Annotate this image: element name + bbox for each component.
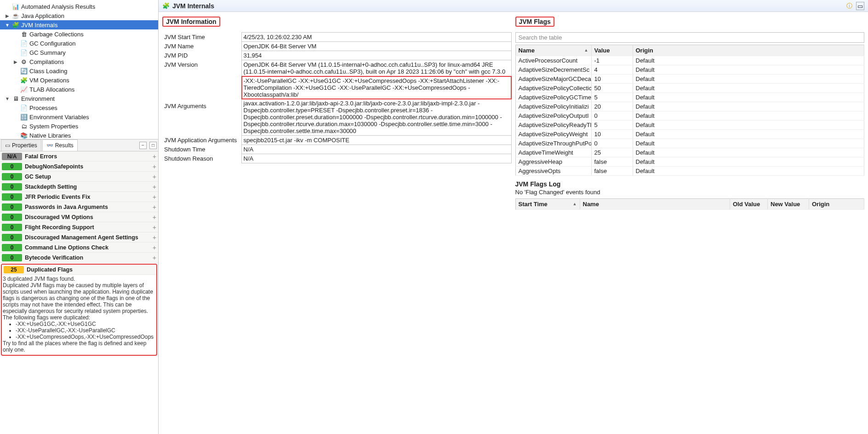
tree-node-label: Java Application [21, 12, 64, 19]
duplicated-flags-detail: 3 duplicated JVM flags found.Duplicated … [2, 275, 156, 355]
twist-icon[interactable]: ▼ [5, 96, 10, 101]
result-row[interactable]: 0Bytecode Verification+ [0, 253, 158, 263]
tree-item[interactable]: ▶☕Java Application [0, 11, 158, 20]
tree-node-icon: 🧩 [12, 22, 19, 29]
table-row[interactable]: AdaptiveSizePolicyWeight10Default [515, 130, 864, 139]
result-row[interactable]: 0JFR Periodic Events Fix+ [0, 192, 158, 202]
jvm-app-args-value[interactable]: specjbb2015-ct.jar -ikv -m COMPOSITE [241, 136, 511, 145]
table-row[interactable]: AdaptiveSizeDecrementSc4Default [515, 65, 864, 75]
tree-node-icon: 📊 [12, 3, 19, 10]
result-row[interactable]: 0Discouraged Management Agent Settings+ [0, 232, 158, 243]
expand-icon[interactable]: + [153, 153, 156, 160]
tab-properties[interactable]: ▭ Properties [1, 139, 41, 151]
twist-icon[interactable]: ▶ [13, 59, 18, 64]
expand-icon[interactable]: + [153, 214, 156, 221]
table-row[interactable]: AdaptiveSizePolicyInitializi20Default [515, 102, 864, 111]
expand-icon[interactable]: + [153, 224, 156, 231]
jvm-version-value[interactable]: OpenJDK 64-Bit Server VM (11.0.15-intern… [241, 60, 511, 76]
jvm-flags-section: JVM Flags Name▲ Value Origin ActiveProce… [515, 17, 865, 429]
tree-item[interactable]: 📈TLAB Allocations [0, 85, 158, 94]
tree-item[interactable]: 📄Processes [0, 103, 158, 112]
expand-icon[interactable]: + [153, 244, 156, 251]
expand-icon[interactable]: + [153, 183, 156, 191]
table-row[interactable]: AdaptiveSizePolicyReadyTl5Default [515, 121, 864, 130]
expand-icon[interactable]: + [153, 203, 156, 211]
result-label: Bytecode Verification [25, 255, 150, 261]
main-content: 🧩 JVM Internals ⓘ ▭ JVM Information JVM … [159, 0, 868, 434]
table-row[interactable]: AggressiveHeapfalseDefault [515, 157, 864, 167]
flags-col-value[interactable]: Value [591, 45, 633, 56]
jvm-pid-value[interactable]: 31,954 [241, 51, 511, 60]
result-row[interactable]: 0GC Setup+ [0, 172, 158, 182]
flagslog-col-start[interactable]: Start Time▲ [515, 199, 580, 210]
result-row[interactable]: 0Command Line Options Check+ [0, 243, 158, 253]
twist-icon[interactable]: ▼ [5, 23, 10, 28]
jvm-information-section: JVM Information JVM Start Time 4/25/23, … [162, 17, 512, 429]
tree-item[interactable]: 🗂System Properties [0, 122, 158, 131]
flag-value-cell: 20 [591, 102, 633, 111]
expand-icon[interactable]: + [153, 193, 156, 201]
expand-icon[interactable]: + [153, 254, 156, 261]
tree-item[interactable]: 🗑Garbage Collections [0, 29, 158, 39]
flag-value-cell: 0 [591, 111, 633, 121]
panel-menu-icon[interactable]: ▭ [856, 2, 864, 10]
result-row[interactable]: 0Discouraged VM Options+ [0, 212, 158, 222]
expand-icon[interactable]: + [153, 234, 156, 241]
table-row[interactable]: ActiveProcessorCount-1Default [515, 56, 864, 65]
expand-icon[interactable]: + [153, 173, 156, 180]
expand-icon[interactable]: + [153, 163, 156, 170]
jvm-arguments-value[interactable]: -XX:-UseParallelGC -XX:+UseG1GC -XX:+Use… [241, 76, 511, 136]
tree-node-icon: 🗑 [20, 31, 28, 38]
tree-item[interactable]: ▶⚙Compilations [0, 57, 158, 66]
result-row[interactable]: 0Flight Recording Support+ [0, 222, 158, 232]
flagslog-col-old[interactable]: Old Value [730, 199, 768, 210]
twist-icon[interactable]: ▶ [5, 13, 10, 18]
shutdown-time-value[interactable]: N/A [241, 145, 511, 154]
table-row[interactable]: AdaptiveSizePolicyOutputI0Default [515, 111, 864, 121]
result-row[interactable]: 0Stackdepth Setting+ [0, 182, 158, 192]
result-row[interactable]: N/AFatal Errors+ [0, 151, 158, 162]
flags-col-name[interactable]: Name▲ [515, 45, 591, 56]
flag-origin-cell: Default [633, 56, 864, 65]
maximize-view-button[interactable]: □ [149, 142, 157, 149]
jvm-start-time-value[interactable]: 4/25/23, 10:26:02.230 AM [241, 33, 511, 42]
result-row[interactable]: 0DebugNonSafepoints+ [0, 162, 158, 172]
tree-node-icon: ☕ [12, 12, 19, 19]
flagslog-col-new[interactable]: New Value [768, 199, 809, 210]
jvm-name-label: JVM Name [162, 42, 241, 51]
result-row[interactable]: 0Passwords in Java Arguments+ [0, 202, 158, 212]
tab-results[interactable]: 👓 Results [42, 139, 78, 151]
info-icon[interactable]: ⓘ [845, 2, 853, 10]
tree-item[interactable]: 🔄Class Loading [0, 66, 158, 75]
flag-origin-cell: Default [633, 84, 864, 93]
flagslog-col-name[interactable]: Name [580, 199, 730, 210]
result-badge: 0 [2, 163, 22, 170]
tree-item[interactable]: ▼🧩JVM Internals [0, 20, 158, 29]
flagslog-col-origin[interactable]: Origin [809, 199, 864, 210]
flag-name-cell: AdaptiveTimeWeight [515, 148, 591, 157]
table-row[interactable]: AdaptiveSizePolicyGCTime5Default [515, 93, 864, 102]
jvm-name-value[interactable]: OpenJDK 64-Bit Server VM [241, 42, 511, 51]
tree-item[interactable]: ▼🖥Environment [0, 94, 158, 103]
jvm-app-args-label: JVM Application Arguments [162, 136, 241, 145]
shutdown-reason-value[interactable]: N/A [241, 154, 511, 163]
tree-node-label: Automated Analysis Results [21, 3, 95, 10]
table-row[interactable]: AggressiveOptsfalseDefault [515, 167, 864, 176]
flag-name-cell: AggressiveOpts [515, 167, 591, 176]
flags-search-input[interactable] [515, 32, 865, 43]
jvm-arguments-highlighted: -XX:-UseParallelGC -XX:+UseG1GC -XX:+Use… [242, 76, 511, 99]
result-row[interactable]: 25Duplicated Flags [2, 265, 156, 275]
table-row[interactable]: AdaptiveSizeThroughPutPo0Default [515, 139, 864, 148]
tree-item[interactable]: 📄GC Summary [0, 48, 158, 57]
tree-item[interactable]: 📊Automated Analysis Results [0, 2, 158, 11]
table-row[interactable]: AdaptiveSizePolicyCollectic50Default [515, 84, 864, 93]
tree-item[interactable]: 🧩VM Operations [0, 75, 158, 85]
table-row[interactable]: AdaptiveSizeMajorGCDeca10Default [515, 75, 864, 84]
tree-item[interactable]: 📚Native Libraries [0, 131, 158, 139]
duplicated-flags-block: 25Duplicated Flags3 duplicated JVM flags… [1, 264, 157, 356]
minimize-view-button[interactable]: − [139, 142, 147, 149]
tree-item[interactable]: 🔠Environment Variables [0, 112, 158, 122]
tree-item[interactable]: 📄GC Configuration [0, 39, 158, 48]
table-row[interactable]: AdaptiveTimeWeight25Default [515, 148, 864, 157]
flags-col-origin[interactable]: Origin [633, 45, 864, 56]
